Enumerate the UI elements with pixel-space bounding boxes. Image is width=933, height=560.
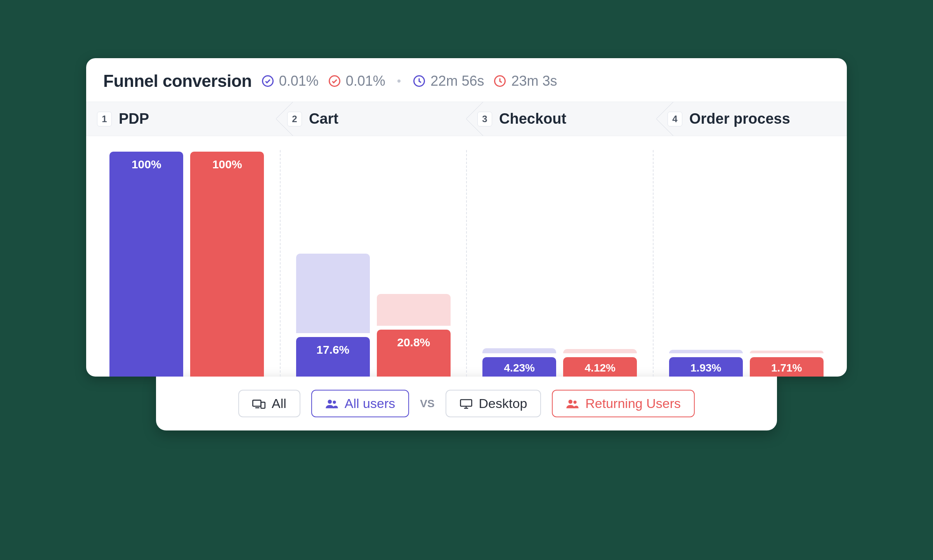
bar[interactable]: 4.12% <box>563 150 637 377</box>
card-header: Funnel conversion 0.01% 0.01% • 22m 56s <box>86 58 847 102</box>
metric-conversion-a: 0.01% <box>261 73 319 89</box>
step-label: Order process <box>689 111 790 127</box>
metric-time-b-value: 23m 3s <box>511 73 557 89</box>
desktop-icon <box>460 398 473 410</box>
step-label: PDP <box>119 111 149 127</box>
step-number-badge: 3 <box>477 112 492 126</box>
bar-value-label: 100% <box>212 158 242 171</box>
svg-point-6 <box>328 399 331 403</box>
check-circle-icon <box>328 74 341 88</box>
bar[interactable]: 1.93% <box>669 150 743 377</box>
bar-value-label: 20.8% <box>397 336 430 349</box>
bar[interactable]: 20.8% <box>377 150 451 377</box>
segment-filter-b-label: Returning Users <box>585 396 681 411</box>
bar[interactable]: 17.6% <box>296 150 370 377</box>
bar-ghost <box>669 350 743 353</box>
svg-point-7 <box>333 400 336 403</box>
bar-ghost <box>296 254 370 333</box>
device-filter-a[interactable]: All <box>238 390 300 417</box>
device-filter-a-label: All <box>272 396 286 411</box>
clock-icon <box>413 74 426 88</box>
chart-cell: 4.23%4.12% <box>466 150 653 377</box>
bar[interactable]: 100% <box>109 150 183 377</box>
bar[interactable]: 4.23% <box>482 150 556 377</box>
chart-cell: 17.6%20.8% <box>280 150 466 377</box>
metric-conversion-a-value: 0.01% <box>279 73 319 89</box>
chart-cell: 1.93%1.71% <box>653 150 839 377</box>
funnel-step[interactable]: 2 Cart <box>276 102 466 136</box>
step-number-badge: 2 <box>287 112 302 126</box>
bar-ghost <box>750 351 824 353</box>
clock-icon <box>493 74 506 88</box>
funnel-card: Funnel conversion 0.01% 0.01% • 22m 56s <box>86 58 847 377</box>
bar-ghost <box>482 348 556 353</box>
metric-conversion-b: 0.01% <box>328 73 385 89</box>
funnel-step[interactable]: 1 PDP <box>86 102 276 136</box>
comparison-filter-bar: All All users VS Desktop Returning Users <box>156 377 777 430</box>
segment-filter-a[interactable]: All users <box>311 390 409 417</box>
funnel-steps-header: 1 PDP 2 Cart 3 Checkout 4 Order process <box>86 102 847 136</box>
bar-solid: 100% <box>190 152 264 377</box>
svg-rect-4 <box>253 400 261 406</box>
bar-value-label: 1.71% <box>771 362 802 374</box>
bar-solid: 1.93% <box>669 357 743 377</box>
bar-value-label: 4.23% <box>504 362 535 374</box>
bar-solid: 4.12% <box>563 357 637 377</box>
chart-cell: 100%100% <box>94 150 280 377</box>
bar-value-label: 1.93% <box>690 362 721 374</box>
funnel-step[interactable]: 3 Checkout <box>466 102 657 136</box>
bar-value-label: 100% <box>132 158 161 171</box>
check-circle-icon <box>261 74 274 88</box>
bar-solid: 20.8% <box>377 330 451 377</box>
bar-ghost <box>377 294 451 326</box>
svg-point-10 <box>574 400 577 403</box>
funnel-bar-chart: 100%100%17.6%20.8%4.23%4.12%1.93%1.71% <box>86 136 847 377</box>
segment-filter-a-label: All users <box>345 396 395 411</box>
device-filter-b[interactable]: Desktop <box>446 390 541 417</box>
bar-ghost <box>563 349 637 353</box>
funnel-step[interactable]: 4 Order process <box>657 102 847 136</box>
step-label: Cart <box>309 111 338 127</box>
metric-conversion-b-value: 0.01% <box>346 73 385 89</box>
users-icon <box>566 398 579 410</box>
step-number-badge: 1 <box>97 112 112 126</box>
bar-solid: 1.71% <box>750 357 824 377</box>
metric-time-a: 22m 56s <box>413 73 484 89</box>
svg-rect-5 <box>261 402 265 408</box>
device-filter-b-label: Desktop <box>479 396 527 411</box>
bar-value-label: 4.12% <box>585 362 616 374</box>
bar-solid: 4.23% <box>482 357 556 377</box>
devices-icon <box>252 398 265 410</box>
bar[interactable]: 1.71% <box>750 150 824 377</box>
svg-rect-8 <box>460 399 472 406</box>
segment-filter-b[interactable]: Returning Users <box>552 390 695 417</box>
bar-value-label: 17.6% <box>316 343 349 356</box>
step-label: Checkout <box>499 111 566 127</box>
metric-time-a-value: 22m 56s <box>430 73 484 89</box>
bar[interactable]: 100% <box>190 150 264 377</box>
metric-time-b: 23m 3s <box>493 73 557 89</box>
bar-solid: 17.6% <box>296 337 370 377</box>
separator-dot: • <box>395 74 404 88</box>
vs-label: VS <box>420 398 434 410</box>
bar-solid: 100% <box>109 152 183 377</box>
card-title: Funnel conversion <box>103 71 252 91</box>
svg-point-9 <box>569 399 572 403</box>
step-number-badge: 4 <box>668 112 682 126</box>
users-icon <box>325 398 338 410</box>
